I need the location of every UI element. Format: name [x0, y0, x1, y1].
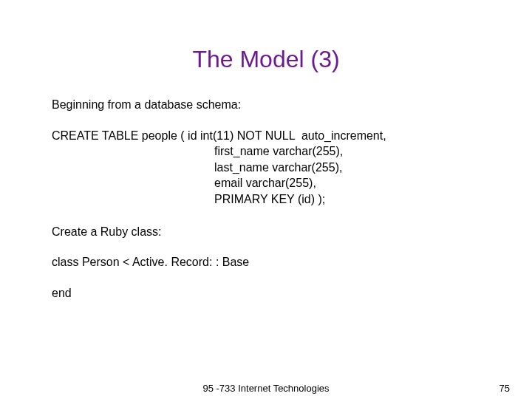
intro-text: Beginning from a database schema:	[52, 97, 502, 113]
ruby-end-line: end	[52, 285, 502, 301]
sql-line-3: last_name varchar(255),	[52, 160, 502, 176]
sql-line-2: first_name varchar(255),	[52, 143, 502, 160]
ruby-intro: Create a Ruby class:	[52, 224, 502, 240]
sql-line-4: email varchar(255),	[52, 175, 502, 191]
footer-page-number: 75	[499, 383, 510, 394]
footer-course: 95 -733 Internet Technologies	[202, 383, 329, 394]
sql-line-5: PRIMARY KEY (id) );	[52, 191, 502, 208]
slide-title: The Model (3)	[0, 46, 532, 73]
ruby-class-line: class Person < Active. Record: : Base	[52, 254, 502, 270]
slide-body: Beginning from a database schema: CREATE…	[0, 97, 532, 301]
sql-block: CREATE TABLE people ( id int(11) NOT NUL…	[52, 128, 502, 208]
sql-line-1: CREATE TABLE people ( id int(11) NOT NUL…	[52, 128, 502, 144]
